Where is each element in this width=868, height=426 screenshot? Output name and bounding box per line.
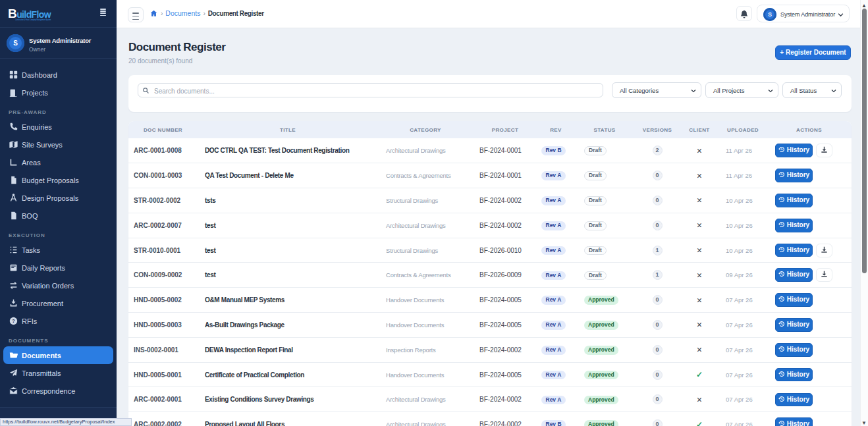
svg-text:?: ?: [12, 318, 15, 324]
